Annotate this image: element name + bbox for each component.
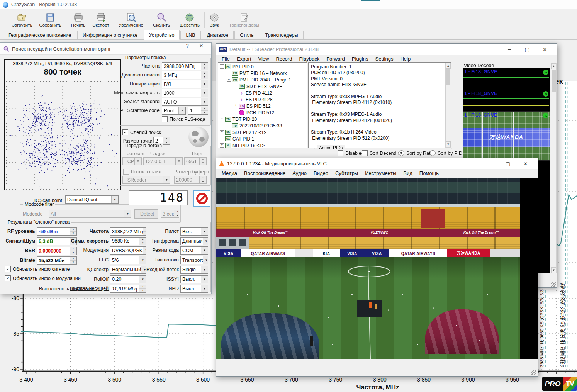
- vlc-menu-4[interactable]: Субтитры: [332, 170, 361, 176]
- chevron-down-icon[interactable]: ▼: [124, 210, 131, 217]
- dialog-close-button[interactable]: ✕: [194, 43, 208, 54]
- vlc-menu-1[interactable]: Воспроизведение: [241, 170, 289, 176]
- tree-item[interactable]: +ESES PID 512: [218, 103, 307, 109]
- frame-type-dropdown[interactable]: Длинный▼: [180, 237, 208, 245]
- collapse-icon[interactable]: −: [220, 117, 224, 121]
- activepids-check-1[interactable]: Sort Decending: [362, 150, 403, 156]
- video-decode-thumb-1[interactable]: 1 - Fi18_GNVEm: [463, 68, 550, 90]
- video-decode-thumb-3[interactable]: 万达WANDA1 - Fi18_GNVEh.: [463, 112, 550, 161]
- tsr-menu-plugins[interactable]: Plugins: [348, 56, 372, 62]
- chevron-down-icon[interactable]: ▼: [203, 238, 208, 245]
- chevron-down-icon[interactable]: ▼: [201, 98, 208, 105]
- tsr-menu-playback[interactable]: Playback: [295, 56, 323, 62]
- pl-scramble-root-dropdown[interactable]: Root▼: [162, 107, 186, 115]
- chevron-down-icon[interactable]: ▼: [139, 256, 146, 264]
- chevron-down-icon[interactable]: ▼: [139, 276, 146, 283]
- spinner-buttons[interactable]: ▲▼: [201, 71, 208, 79]
- tsreader-minimize-button[interactable]: –: [501, 44, 518, 55]
- spinner-buttons[interactable]: ▲▼: [70, 257, 76, 264]
- pls-code-checkbox[interactable]: Поиск PLS-кода: [162, 116, 205, 122]
- tree-item[interactable]: SDSDT: Fi18_GNVE: [218, 83, 307, 90]
- tsr-menu-help[interactable]: Help: [397, 56, 414, 62]
- spinner-buttons[interactable]: ▲▼: [199, 158, 206, 165]
- issyi-dropdown[interactable]: Выкл.▼: [180, 275, 208, 283]
- bitrate-input[interactable]: 15,522 Мби▲▼: [37, 256, 77, 265]
- symrate-input[interactable]: 9680 Кс▲▼: [110, 237, 146, 245]
- iqscan-point-dropdown[interactable]: Demod IQ out▼: [65, 195, 119, 204]
- spinner-buttons[interactable]: ▲▼: [139, 285, 146, 292]
- vlc-video-area[interactable]: Kick Off The Dream™#U17WWCKick Off The D…: [216, 178, 538, 359]
- tsreader-pid-tree[interactable]: −PAPAT PID 0PMPMT PID 16 – Network−PMPMT…: [218, 62, 307, 148]
- chevron-down-icon[interactable]: ▼: [201, 276, 208, 283]
- min-symbol-rate-dropdown[interactable]: 1000▼: [162, 89, 208, 97]
- checkbox-box[interactable]: ✓: [122, 129, 128, 135]
- checkbox-box[interactable]: [362, 150, 368, 156]
- dialog-titlebar[interactable]: Поиск несущей и Constellation-мониторинг…: [0, 43, 211, 55]
- tree-item[interactable]: +NINIT PID 16 <1>: [218, 142, 307, 148]
- expand-icon[interactable]: +: [234, 104, 238, 108]
- tsreader-info-panel[interactable]: Program Number: 1 PCR on PID 512 (0x0200…: [308, 62, 451, 148]
- spinner-buttons[interactable]: ▲▼: [70, 228, 76, 235]
- vlc-menu-0[interactable]: Медиа: [218, 170, 241, 176]
- rolloff-dropdown[interactable]: 0.20▼: [110, 275, 146, 283]
- vlc-menu-2[interactable]: Аудио: [289, 170, 310, 176]
- tsr-menu-export[interactable]: Export: [233, 56, 255, 62]
- video-decode-scrollbar[interactable]: ▲ ▼: [551, 63, 557, 273]
- checkbox-box[interactable]: ✓: [5, 266, 11, 272]
- search-range-input[interactable]: 3 МГц▲▼: [162, 71, 208, 79]
- video-decode-thumb-2[interactable]: 1 - Fi18_GNVEm: [463, 90, 550, 112]
- rf-level-input[interactable]: -59 dBm▲▼: [37, 227, 77, 236]
- expand-icon[interactable]: +: [220, 143, 224, 148]
- carrier-width-input[interactable]: 11,616 МГц▲▼: [110, 285, 146, 293]
- activepids-radio-0[interactable]: Sort by Rate: [399, 150, 433, 156]
- resize-grip[interactable]: [551, 282, 556, 287]
- freq2-input[interactable]: 3988,272 МГц▲▼: [110, 227, 146, 236]
- update-signal-info-checkbox[interactable]: ✓Обновлять инфо сигнале: [5, 266, 70, 272]
- vlc-titlebar[interactable]: 127.0.0.1:1234 - Медиапроигрыватель VLC …: [216, 158, 538, 169]
- chevron-down-icon[interactable]: ▼: [175, 158, 182, 165]
- tree-item[interactable]: −TDTDT PID 20: [218, 116, 307, 122]
- chevron-down-icon[interactable]: ▼: [201, 228, 208, 235]
- chevron-down-icon[interactable]: ▼: [134, 158, 141, 165]
- tsreader-maximize-button[interactable]: ▢: [518, 44, 536, 55]
- expand-icon[interactable]: +: [220, 130, 224, 134]
- collapse-icon[interactable]: −: [227, 78, 231, 82]
- vlc-minimize-button[interactable]: –: [481, 158, 499, 169]
- tsr-menu-forward[interactable]: Forward: [323, 56, 348, 62]
- update-modulation-info-checkbox[interactable]: ✓Обновлять инфо о модуляции: [5, 275, 81, 281]
- chevron-down-icon[interactable]: ▼: [143, 247, 146, 254]
- chevron-down-icon[interactable]: ▼: [201, 80, 208, 88]
- tsr-menu-settings[interactable]: Settings: [372, 56, 397, 62]
- blind-search-checkbox[interactable]: ✓Слепой поиск: [122, 129, 161, 135]
- npd-dropdown[interactable]: Выкл.▼: [180, 285, 208, 293]
- spinner-buttons[interactable]: ▲▼: [201, 63, 208, 70]
- chevron-down-icon[interactable]: ▼: [178, 107, 185, 114]
- spinner-buttons[interactable]: ▲▼: [70, 247, 76, 255]
- vlc-menu-7[interactable]: Помощь: [416, 170, 442, 176]
- vlc-maximize-button[interactable]: ▢: [499, 158, 517, 169]
- fec-dropdown[interactable]: 5/6▼: [110, 256, 146, 264]
- activepids-check-0[interactable]: Disabled: [338, 150, 364, 156]
- pilot-dropdown[interactable]: Вкл.▼: [180, 227, 208, 236]
- chevron-down-icon[interactable]: ▼: [111, 196, 118, 203]
- search-standard-dropdown[interactable]: AUTO▼: [162, 98, 208, 106]
- stop-scan-button[interactable]: [193, 190, 210, 207]
- polarization-dropdown[interactable]: Г/Л▼: [162, 80, 208, 88]
- scroll-down-icon[interactable]: ▼: [551, 267, 556, 273]
- radio-circle[interactable]: [399, 150, 404, 156]
- code-mode-dropdown[interactable]: CCM▼: [180, 246, 208, 255]
- chevron-down-icon[interactable]: ▼: [203, 256, 208, 264]
- chevron-down-icon[interactable]: ▼: [141, 266, 146, 273]
- ber-input[interactable]: 0,0000000▲▼: [37, 247, 77, 255]
- tree-item[interactable]: +SDSDT PID 17 <1>: [218, 129, 307, 136]
- vlc-resize-grip[interactable]: [531, 370, 536, 375]
- tsr-menu-record[interactable]: Record: [272, 56, 295, 62]
- vlc-menu-6[interactable]: Вид: [400, 170, 416, 176]
- checkbox-box[interactable]: ✓: [5, 275, 11, 281]
- scroll-up-icon[interactable]: ▲: [446, 63, 451, 69]
- scroll-up-icon[interactable]: ▲: [551, 63, 556, 69]
- chevron-down-icon[interactable]: ▼: [201, 89, 208, 97]
- tree-item[interactable]: PCR PID 512: [218, 109, 307, 116]
- chevron-down-icon[interactable]: ▼: [201, 285, 208, 292]
- chevron-down-icon[interactable]: ▼: [201, 266, 208, 273]
